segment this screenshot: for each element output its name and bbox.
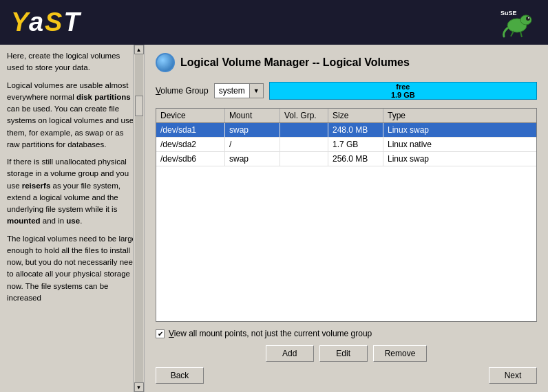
view-all-checkbox[interactable]: ✔ (156, 329, 165, 338)
table-row[interactable]: /dev/sda1 swap 248.0 MB Linux swap (156, 123, 536, 138)
cell-device: /dev/sda1 (156, 123, 225, 137)
header: YaST SuSE (0, 0, 548, 45)
sidebar-para-1: Here, create the logical volumes used to… (7, 50, 138, 74)
suse-logo: SuSE (497, 6, 537, 39)
svg-text:SuSE: SuSE (500, 10, 517, 17)
free-space-bar: free 1.9 GB (269, 82, 537, 100)
sidebar-text: Here, create the logical volumes used to… (7, 50, 138, 386)
view-all-checkbox-row[interactable]: ✔ View all mount points, not just the cu… (156, 329, 537, 338)
bottom-buttons: Back Next (156, 367, 537, 384)
table-header: Device Mount Vol. Grp. Size Type (156, 109, 536, 123)
cell-size: 248.0 MB (328, 123, 383, 137)
sidebar-para-4: The logical volumes need to be large eno… (7, 233, 138, 305)
add-button[interactable]: Add (266, 345, 314, 362)
col-size: Size (328, 109, 383, 122)
cell-mount: swap (225, 152, 280, 166)
svg-point-2 (526, 17, 530, 21)
sidebar: Here, create the logical volumes used to… (0, 45, 145, 392)
cell-mount: / (225, 138, 280, 151)
volume-group-dropdown[interactable]: system ▼ (214, 83, 264, 98)
col-type: Type (383, 109, 536, 122)
cell-vol-grp (280, 152, 328, 166)
sidebar-para-2: Logical volumes are usable almost everyw… (7, 80, 138, 151)
free-label: free (396, 83, 410, 91)
sidebar-para-3: If there is still unallocated physical s… (7, 156, 138, 228)
table-row[interactable]: /dev/sdb6 swap 256.0 MB Linux swap (156, 152, 536, 166)
content-area: Logical Volume Manager -- Logical Volume… (145, 45, 548, 392)
device-table: Device Mount Vol. Grp. Size Type /dev/sd… (156, 108, 537, 322)
cell-type: Linux swap (383, 123, 536, 137)
back-button[interactable]: Back (156, 367, 204, 384)
dropdown-arrow-icon[interactable]: ▼ (249, 84, 263, 98)
volume-group-value: system (215, 86, 249, 96)
cell-type: Linux swap (383, 152, 536, 166)
action-buttons: Add Edit Remove (156, 345, 537, 362)
cell-size: 1.7 GB (328, 138, 383, 151)
col-device: Device (156, 109, 225, 122)
scroll-down-button[interactable]: ▼ (134, 382, 144, 392)
svg-line-5 (520, 32, 522, 37)
cell-device: /dev/sdb6 (156, 152, 225, 166)
logo-s: S (45, 8, 63, 36)
cell-size: 256.0 MB (328, 152, 383, 166)
view-all-label: View all mount points, not just the curr… (169, 329, 372, 338)
main-layout: Here, create the logical volumes used to… (0, 45, 548, 392)
scroll-up-button[interactable]: ▲ (134, 45, 144, 54)
cell-mount: swap (225, 123, 280, 137)
sidebar-scrollbar: ▲ ▼ (133, 45, 144, 392)
next-button[interactable]: Next (489, 367, 537, 384)
logo-t: T (63, 8, 81, 36)
page-title-bar: Logical Volume Manager -- Logical Volume… (156, 53, 537, 72)
page-title: Logical Volume Manager -- Logical Volume… (180, 56, 410, 69)
volume-group-label: Volume Group (156, 86, 209, 96)
remove-button[interactable]: Remove (373, 345, 428, 362)
cell-vol-grp (280, 123, 328, 137)
yast-logo: YaST (11, 8, 81, 37)
scroll-thumb[interactable] (135, 96, 143, 116)
edit-button[interactable]: Edit (319, 345, 368, 362)
cell-type: Linux native (383, 138, 536, 151)
cell-device: /dev/sda2 (156, 138, 225, 151)
scroll-track (135, 54, 143, 382)
cell-vol-grp (280, 138, 328, 151)
logo-a: a (29, 8, 45, 36)
table-row[interactable]: /dev/sda2 / 1.7 GB Linux native (156, 138, 536, 152)
logo-y: Y (11, 8, 29, 36)
svg-point-1 (520, 15, 531, 25)
col-mount: Mount (225, 109, 280, 122)
col-vol-grp: Vol. Grp. (280, 109, 328, 122)
svg-point-3 (528, 17, 529, 19)
free-value: 1.9 GB (391, 91, 415, 99)
lvm-icon (156, 53, 175, 72)
volume-group-section: Volume Group system ▼ free 1.9 GB (156, 82, 537, 100)
